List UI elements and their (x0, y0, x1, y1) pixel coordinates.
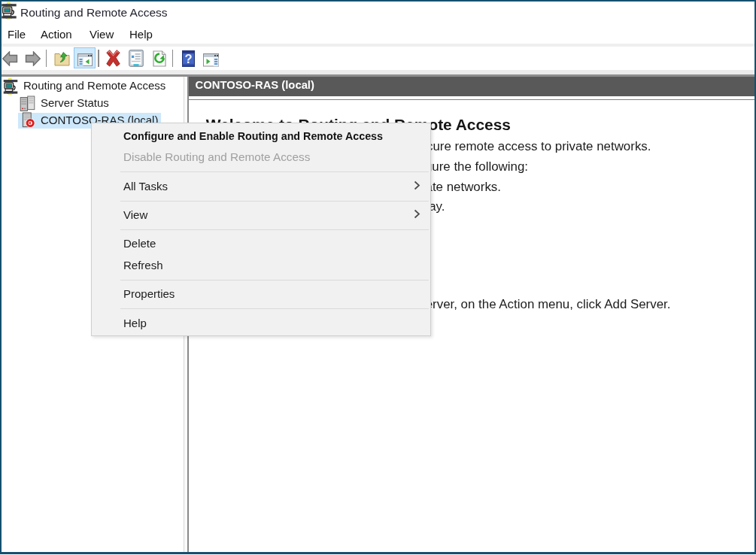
svg-text:?: ? (184, 51, 192, 65)
